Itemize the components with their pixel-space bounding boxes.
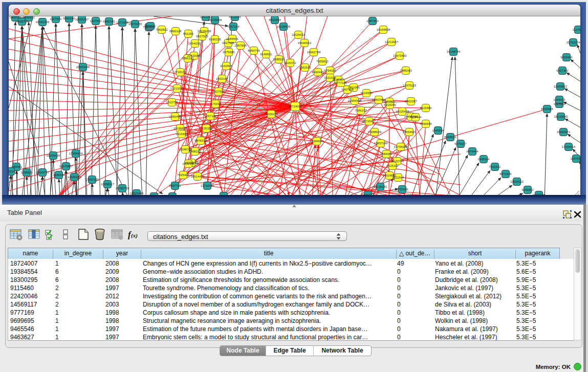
svg-text:8813054: 8813054 bbox=[229, 16, 241, 18]
svg-text:9890161: 9890161 bbox=[182, 57, 194, 60]
svg-text:10688609: 10688609 bbox=[368, 130, 382, 134]
svg-text:9777169: 9777169 bbox=[335, 81, 347, 84]
svg-text:9474444: 9474444 bbox=[362, 193, 374, 195]
svg-text:2367608: 2367608 bbox=[234, 44, 247, 47]
svg-text:1167530: 1167530 bbox=[571, 157, 580, 160]
svg-text:1145194: 1145194 bbox=[53, 173, 66, 177]
svg-text:7625402: 7625402 bbox=[177, 173, 189, 177]
svg-text:1244415: 1244415 bbox=[553, 98, 565, 101]
svg-text:16148784: 16148784 bbox=[447, 50, 461, 53]
svg-text:15692971: 15692971 bbox=[557, 130, 571, 134]
svg-text:16782759: 16782759 bbox=[116, 187, 129, 190]
svg-text:8186328: 8186328 bbox=[209, 38, 221, 41]
svg-text:19166825: 19166825 bbox=[173, 127, 187, 130]
svg-text:19218506: 19218506 bbox=[277, 25, 291, 28]
svg-text:7485063: 7485063 bbox=[400, 69, 412, 72]
svg-text:7462066: 7462066 bbox=[347, 86, 360, 89]
svg-text:1615112: 1615112 bbox=[387, 164, 399, 167]
svg-text:3915141: 3915141 bbox=[9, 170, 17, 173]
svg-text:17957255: 17957255 bbox=[85, 178, 99, 181]
svg-text:2522544: 2522544 bbox=[392, 176, 404, 179]
svg-text:9245652: 9245652 bbox=[521, 188, 534, 191]
svg-text:10654112: 10654112 bbox=[510, 180, 524, 183]
svg-text:8990448: 8990448 bbox=[312, 71, 324, 74]
svg-text:1588520: 1588520 bbox=[273, 58, 285, 61]
svg-text:7386372: 7386372 bbox=[355, 109, 367, 112]
svg-text:16120746: 16120746 bbox=[390, 160, 404, 163]
svg-text:18300275: 18300275 bbox=[265, 113, 278, 116]
svg-text:2935114: 2935114 bbox=[478, 158, 490, 161]
svg-text:16543362: 16543362 bbox=[188, 42, 202, 45]
svg-text:9146821: 9146821 bbox=[260, 53, 272, 56]
svg-text:16210643: 16210643 bbox=[554, 115, 568, 118]
svg-text:1610755: 1610755 bbox=[166, 101, 178, 104]
svg-text:6899695: 6899695 bbox=[420, 122, 432, 125]
svg-text:9329966: 9329966 bbox=[560, 56, 573, 59]
svg-text:16961758: 16961758 bbox=[307, 51, 321, 54]
svg-text:10973493: 10973493 bbox=[393, 54, 407, 57]
svg-text:9242848: 9242848 bbox=[220, 64, 232, 68]
svg-text:20091406: 20091406 bbox=[36, 20, 50, 24]
svg-text:16154808: 16154808 bbox=[377, 28, 390, 31]
svg-text:1733426: 1733426 bbox=[396, 188, 408, 191]
svg-text:9306532: 9306532 bbox=[23, 16, 35, 19]
svg-text:3267110: 3267110 bbox=[205, 115, 217, 118]
svg-text:16671355: 16671355 bbox=[128, 23, 142, 26]
svg-text:16914479: 16914479 bbox=[191, 175, 205, 178]
svg-text:(x): (x) bbox=[131, 232, 138, 239]
svg-text:9227342: 9227342 bbox=[556, 69, 569, 72]
svg-text:14136141: 14136141 bbox=[374, 185, 387, 188]
svg-text:1135359: 1135359 bbox=[201, 127, 213, 130]
svg-text:8454749: 8454749 bbox=[248, 49, 260, 52]
svg-text:8220372: 8220372 bbox=[284, 61, 296, 64]
svg-text:2184546: 2184546 bbox=[226, 37, 238, 40]
svg-text:5878334: 5878334 bbox=[194, 139, 207, 142]
svg-text:9827505: 9827505 bbox=[196, 35, 208, 38]
svg-text:16640910: 16640910 bbox=[298, 41, 312, 45]
svg-text:15751074: 15751074 bbox=[567, 41, 580, 44]
svg-text:7663822: 7663822 bbox=[156, 28, 168, 31]
svg-text:7158218: 7158218 bbox=[217, 194, 230, 195]
svg-text:2802287: 2802287 bbox=[405, 100, 417, 103]
svg-text:7632621: 7632621 bbox=[489, 165, 501, 168]
svg-text:2718176: 2718176 bbox=[174, 71, 186, 74]
svg-text:2803144: 2803144 bbox=[216, 77, 228, 80]
svg-text:7357224: 7357224 bbox=[227, 25, 239, 28]
svg-text:12213319: 12213319 bbox=[170, 87, 184, 90]
svg-text:10958117: 10958117 bbox=[101, 183, 115, 186]
svg-text:10655267: 10655267 bbox=[75, 18, 89, 21]
svg-text:6466160: 6466160 bbox=[103, 20, 115, 23]
svg-text:12093822: 12093822 bbox=[554, 85, 568, 88]
svg-text:13716485: 13716485 bbox=[201, 184, 214, 187]
svg-text:18724007: 18724007 bbox=[289, 105, 302, 108]
svg-text:8813054: 8813054 bbox=[269, 18, 281, 21]
svg-text:6479197: 6479197 bbox=[454, 142, 467, 145]
svg-text:9232218: 9232218 bbox=[533, 193, 545, 195]
svg-text:1140934: 1140934 bbox=[432, 129, 445, 132]
svg-text:5498222: 5498222 bbox=[189, 150, 201, 153]
svg-text:8471676: 8471676 bbox=[499, 172, 512, 176]
svg-text:8860128: 8860128 bbox=[169, 30, 182, 33]
svg-text:9474444: 9474444 bbox=[466, 150, 478, 153]
svg-text:1071915: 1071915 bbox=[116, 21, 128, 24]
svg-text:1362615: 1362615 bbox=[299, 66, 311, 69]
svg-text:755526: 755526 bbox=[145, 25, 156, 28]
svg-text:3624554: 3624554 bbox=[360, 92, 373, 95]
svg-text:1609948: 1609948 bbox=[182, 162, 194, 165]
svg-text:15720407: 15720407 bbox=[362, 120, 376, 123]
svg-text:20364436: 20364436 bbox=[348, 99, 362, 102]
svg-text:9684067: 9684067 bbox=[380, 152, 393, 156]
svg-text:18807249: 18807249 bbox=[374, 142, 388, 145]
svg-text:7558444: 7558444 bbox=[409, 116, 422, 119]
svg-text:1965496: 1965496 bbox=[169, 115, 181, 118]
svg-text:1117531: 1117531 bbox=[554, 102, 565, 105]
svg-text:12942757: 12942757 bbox=[36, 171, 50, 174]
svg-text:1685061: 1685061 bbox=[10, 165, 23, 168]
svg-text:17016504: 17016504 bbox=[562, 145, 576, 148]
svg-text:8938923: 8938923 bbox=[444, 136, 456, 139]
svg-text:18226058: 18226058 bbox=[198, 30, 211, 33]
svg-text:891295: 891295 bbox=[183, 32, 194, 35]
svg-text:9115460: 9115460 bbox=[420, 106, 432, 110]
svg-text:8427552: 8427552 bbox=[212, 90, 225, 93]
svg-text:8466160: 8466160 bbox=[63, 17, 75, 20]
